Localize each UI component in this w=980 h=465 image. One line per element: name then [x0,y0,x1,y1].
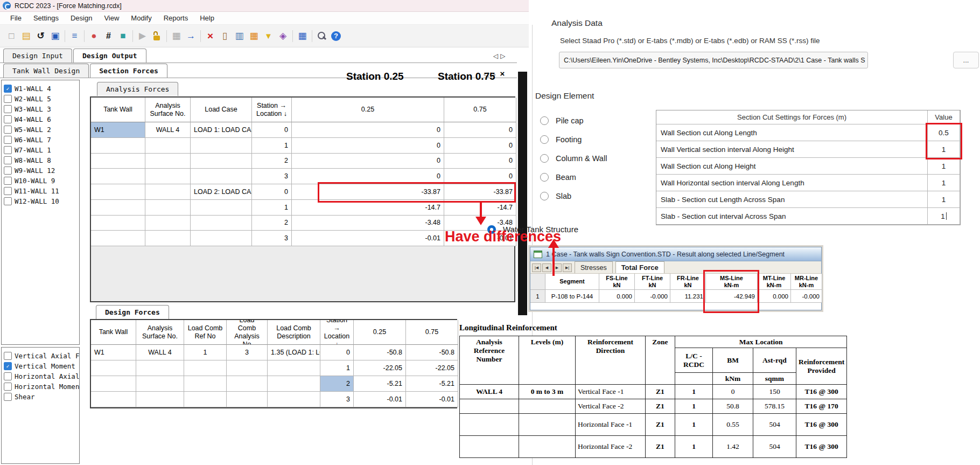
export-icon[interactable]: → [184,29,198,43]
design-cell[interactable]: 3 [227,345,268,360]
menu-view[interactable]: View [98,12,125,24]
wall-list-item[interactable]: W11-WALL 11 [2,186,79,196]
design-cell[interactable]: -50.8 [354,345,406,360]
analysis-cell[interactable]: -14.7 [292,200,444,216]
design-cell[interactable]: W1 [91,345,136,360]
radio-icon[interactable] [540,135,549,144]
design-cell[interactable]: 0 [320,345,354,360]
tab-tank-wall-design[interactable]: Tank Wall Design [3,64,89,78]
summary-icon[interactable]: ▦ [170,29,183,43]
force-type-item[interactable]: Shear [2,392,79,402]
design-cell[interactable] [227,360,268,376]
tab-analysis-forces[interactable]: Analysis Forces [97,82,178,96]
radio-pile-cap[interactable]: Pile cap [540,116,584,125]
analysis-cell[interactable]: 0 [252,184,292,200]
analysis-cell[interactable] [145,138,191,154]
design-cell[interactable] [91,376,136,392]
properties-icon[interactable]: ≡ [68,29,81,43]
radio-footing[interactable]: Footing [540,135,582,144]
palette-icon[interactable]: ● [87,29,101,43]
delete-table-icon[interactable]: × [204,29,217,43]
checkbox[interactable] [4,393,12,401]
file-path-input[interactable]: C:\Users\Eileen.Yin\OneDrive - Bentley S… [559,52,868,68]
staad-cell-ms[interactable]: -42.949 [706,290,758,303]
checkbox[interactable] [4,136,12,144]
analysis-cell[interactable] [145,154,191,169]
wall-list-item[interactable]: W3-WALL 3 [2,104,79,114]
last-record-icon[interactable]: ▶| [563,263,572,272]
design-cell[interactable] [227,376,268,392]
wall-list-item[interactable]: W2-WALL 5 [2,94,79,104]
design-cell[interactable]: -0.01 [354,392,406,407]
design-cell[interactable] [136,360,184,376]
wall-list-item[interactable]: W7-WALL 1 [2,145,79,155]
analysis-cell[interactable] [145,169,191,184]
analysis-cell[interactable] [145,184,191,200]
wall-list-item[interactable]: W5-WALL 2 [2,124,79,135]
checkbox[interactable] [4,372,12,380]
analysis-cell[interactable] [91,231,145,246]
help-icon[interactable]: ? [331,31,341,41]
analysis-cell[interactable] [145,200,191,216]
analysis-cell[interactable]: 0 [292,122,444,138]
analysis-cell[interactable]: 0 [444,169,516,184]
search-icon[interactable] [315,29,328,43]
design-cell[interactable]: 1 [320,360,354,376]
radio-icon[interactable] [540,192,549,200]
tab-design-input[interactable]: Design Input [3,48,72,63]
staad-cell-mr[interactable]: -0.000 [791,290,822,303]
analysis-cell[interactable]: 0 [444,138,516,154]
section-cut-value-editing[interactable]: 1 [928,208,960,225]
checkbox[interactable] [4,166,12,175]
analysis-cell[interactable] [91,200,145,216]
analysis-cell[interactable]: WALL 4 [145,122,191,138]
menu-file[interactable]: File [4,12,27,24]
tab-stresses[interactable]: Stresses [575,261,613,273]
design-cell[interactable] [184,360,227,376]
menu-modify[interactable]: Modify [125,12,157,24]
force-type-item[interactable]: Horizontal Axial Fo [2,371,79,381]
analysis-cell[interactable] [191,138,252,154]
analysis-cell[interactable] [191,200,252,216]
analysis-cell[interactable] [145,216,191,231]
design-cell-selected[interactable]: 2 [320,376,354,392]
radio-icon[interactable] [540,173,549,182]
wall-list-item[interactable]: W12-WALL 10 [2,196,79,206]
save-icon[interactable]: ▣ [48,29,62,43]
analysis-cell[interactable]: 0 [292,154,444,169]
design-cell[interactable] [91,360,136,376]
tab-section-forces[interactable]: Section Forces [90,64,167,78]
staad-titlebar[interactable]: 1 Case - Tank walls Sign Convention.STD … [530,247,821,261]
undo-icon[interactable]: ↺ [34,29,47,43]
table-icon[interactable]: ▦ [296,29,309,43]
wall-list-item[interactable]: W8-WALL 8 [2,155,79,165]
wall-list-item[interactable]: W10-WALL 9 [2,176,79,186]
grid-settings-icon[interactable]: # [102,29,115,43]
checkbox[interactable] [4,126,12,134]
staad-cell-fr[interactable]: 11.231 [670,290,706,303]
section-cut-value[interactable]: 1 [928,141,960,158]
checkbox[interactable] [4,362,12,370]
design-cell[interactable]: 1.35 (LOAD 1: LO... [268,345,320,360]
checkbox[interactable] [4,352,12,360]
design-cell[interactable] [184,392,227,407]
checkbox[interactable] [4,146,12,154]
section-cut-value[interactable]: 1 [928,158,960,175]
checkbox[interactable] [4,115,12,123]
checkbox[interactable] [4,105,12,113]
analysis-cell[interactable] [91,169,145,184]
analysis-cell[interactable]: 0 [444,122,516,138]
design-cell[interactable]: -5.21 [406,376,458,392]
force-type-item[interactable]: Vertical Axial Forc [2,351,79,361]
analysis-cell[interactable]: 2 [252,154,292,169]
design-cell[interactable]: -22.05 [406,360,458,376]
design-cell[interactable] [268,376,320,392]
analysis-cell[interactable]: -0.01 [292,231,444,246]
analysis-cell[interactable]: 1 [252,138,292,154]
tab-design-output[interactable]: Design Output [73,48,146,63]
staad-cell-segment[interactable]: P-108 to P-144 [545,290,599,303]
design-cell[interactable]: WALL 4 [136,345,184,360]
prev-record-icon[interactable]: ◀ [542,263,551,272]
analysis-cell[interactable] [91,184,145,200]
section-cut-value[interactable]: 0.5 [928,124,960,141]
